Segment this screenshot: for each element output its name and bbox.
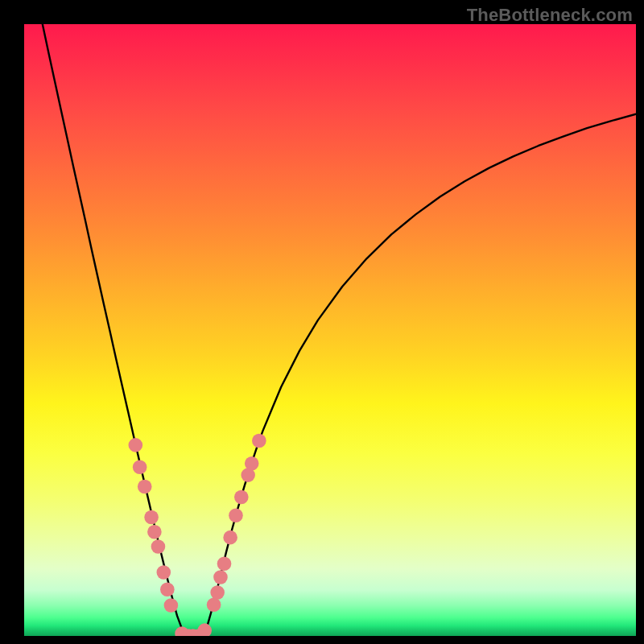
marker-dot [156,565,171,580]
marker-dot [138,480,152,494]
marker-dot [160,582,175,597]
marker-dot [133,460,147,474]
marker-dot [213,570,228,584]
marker-dot [223,530,237,545]
marker-dot [129,438,143,452]
curve-svg [24,24,636,636]
marker-dot [144,510,159,525]
marker-dot [229,508,243,522]
marker-dot [164,598,179,613]
plot-area [24,24,636,636]
marker-dot [210,585,225,600]
marker-dot [234,490,249,505]
watermark-text: TheBottleneck.com [467,5,633,26]
marker-dots [129,434,266,636]
bottleneck-curve [43,24,636,636]
chart-frame: TheBottleneck.com [0,0,644,644]
marker-dot [207,597,221,612]
marker-dot [197,623,212,636]
marker-dot [151,539,166,554]
marker-dot [147,525,162,539]
marker-dot [252,434,266,448]
marker-dot [217,557,232,572]
marker-dot [245,456,259,471]
